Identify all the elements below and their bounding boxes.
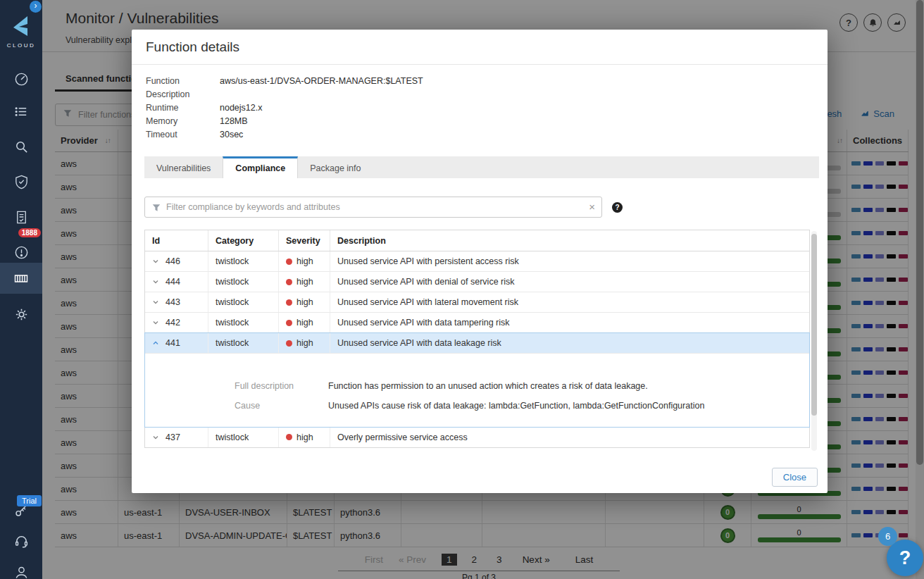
sidebar-item-support[interactable] xyxy=(0,525,42,556)
modal-table-scrollbar[interactable] xyxy=(811,231,817,451)
cause-value: Unused APIs cause risk of data leakage: … xyxy=(328,396,704,416)
container-icon xyxy=(13,270,30,287)
column-id[interactable]: Id xyxy=(145,230,208,251)
info-value: 128MB xyxy=(220,115,248,128)
sidebar-item-containers[interactable] xyxy=(0,263,42,294)
cloud-logo-icon xyxy=(10,15,32,37)
info-label: Memory xyxy=(146,115,220,128)
sidebar-item-search[interactable] xyxy=(0,131,42,162)
info-row: Runtime nodejs12.x xyxy=(146,101,813,115)
list-icon xyxy=(13,104,30,120)
compliance-filter: × xyxy=(144,197,602,218)
document-check-icon xyxy=(13,209,30,225)
severity-dot xyxy=(286,340,292,347)
logo-text: CLOUD xyxy=(0,42,42,49)
sidebar-item-user[interactable] xyxy=(0,556,42,579)
cause-label: Cause xyxy=(235,396,319,416)
info-label: Timeout xyxy=(146,128,220,142)
sidebar-item-settings[interactable] xyxy=(0,299,42,330)
info-label: Description xyxy=(146,88,220,101)
severity-dot xyxy=(286,320,292,326)
chevron-down-icon[interactable] xyxy=(152,278,159,285)
compliance-row-selected[interactable]: 441 twistlock high Unused service API wi… xyxy=(145,333,809,354)
expanded-row-group: 441 twistlock high Unused service API wi… xyxy=(144,332,810,428)
compliance-table: Id Category Severity Description 446 twi… xyxy=(144,230,810,448)
info-row: Function aws/us-east-1/DVSA-ORDER-MANAGE… xyxy=(146,75,813,88)
function-details-modal: Function details Function aws/us-east-1/… xyxy=(132,30,828,493)
trial-badge: Trial xyxy=(17,495,42,506)
info-value: 30sec xyxy=(220,128,243,142)
compliance-table-header: Id Category Severity Description xyxy=(145,230,809,251)
compliance-filter-input[interactable] xyxy=(166,197,578,217)
chevron-down-icon[interactable] xyxy=(152,258,159,265)
compliance-filter-row: × ? xyxy=(144,197,815,218)
column-description[interactable]: Description xyxy=(330,230,809,251)
shield-check-icon xyxy=(13,174,30,190)
info-value: aws/us-east-1/DVSA-ORDER-MANAGER:$LATEST xyxy=(220,75,423,88)
full-description-value: Function has permission to an unused act… xyxy=(328,376,648,396)
alert-circle-icon xyxy=(13,244,30,261)
modal-scrollbar-thumb[interactable] xyxy=(811,234,817,416)
info-row: Description xyxy=(146,88,813,101)
function-info: Function aws/us-east-1/DVSA-ORDER-MANAGE… xyxy=(146,75,813,142)
info-value: nodejs12.x xyxy=(220,101,262,115)
help-widget-button[interactable]: ? xyxy=(887,540,923,576)
column-severity[interactable]: Severity xyxy=(279,230,330,251)
info-row: Memory 128MB xyxy=(146,115,813,128)
compliance-row[interactable]: 442 twistlock high Unused service API wi… xyxy=(145,313,809,333)
severity-dot xyxy=(286,279,292,285)
help-widget-badge: 6 xyxy=(878,527,897,546)
gauge-icon xyxy=(13,71,30,87)
user-icon xyxy=(13,564,30,579)
compliance-expanded-panel: Full description Function has permission… xyxy=(145,354,809,427)
clear-filter-icon[interactable]: × xyxy=(589,201,595,213)
headset-icon xyxy=(13,533,30,549)
alerts-count-badge: 1888 xyxy=(18,228,41,237)
column-category[interactable]: Category xyxy=(208,230,279,251)
sidebar-expand-button[interactable]: › xyxy=(30,1,42,13)
modal-tabs: Vulnerabilities Compliance Package info xyxy=(144,156,819,178)
compliance-row[interactable]: 444 twistlock high Unused service API wi… xyxy=(145,272,809,292)
gear-icon xyxy=(13,306,30,323)
severity-dot xyxy=(286,259,292,265)
compliance-row[interactable]: 446 twistlock high Unused service API wi… xyxy=(145,251,809,272)
sidebar: CLOUD › xyxy=(0,0,42,579)
chevron-down-icon[interactable] xyxy=(152,434,159,441)
modal-tab[interactable]: Package info xyxy=(298,156,373,178)
info-label: Function xyxy=(146,75,220,88)
sidebar-item-defend[interactable] xyxy=(0,166,42,197)
compliance-row[interactable]: 443 twistlock high Unused service API wi… xyxy=(145,292,809,313)
screen: Monitor / Vulnerabilities Vulnerability … xyxy=(0,0,924,579)
sidebar-item-dashboard[interactable] xyxy=(0,63,42,94)
modal-tab[interactable]: Compliance xyxy=(223,156,298,178)
app-logo: CLOUD xyxy=(0,15,42,49)
modal-tab[interactable]: Vulnerabilities xyxy=(144,156,223,178)
filter-funnel-icon xyxy=(151,203,161,215)
severity-dot xyxy=(286,434,292,440)
compliance-row[interactable]: 437 twistlock high Overly permissive ser… xyxy=(145,427,809,447)
chevron-down-icon[interactable] xyxy=(152,319,159,326)
chevron-up-icon[interactable] xyxy=(152,340,159,347)
info-label: Runtime xyxy=(146,101,220,115)
search-icon xyxy=(13,139,30,155)
sidebar-item-policies[interactable] xyxy=(0,96,42,127)
info-row: Timeout 30sec xyxy=(146,128,813,142)
full-description-label: Full description xyxy=(235,376,319,396)
chevron-down-icon[interactable] xyxy=(152,299,159,306)
filter-help-icon[interactable]: ? xyxy=(612,202,623,213)
severity-dot xyxy=(286,299,292,306)
modal-title: Function details xyxy=(132,30,828,65)
close-button[interactable]: Close xyxy=(772,468,818,487)
